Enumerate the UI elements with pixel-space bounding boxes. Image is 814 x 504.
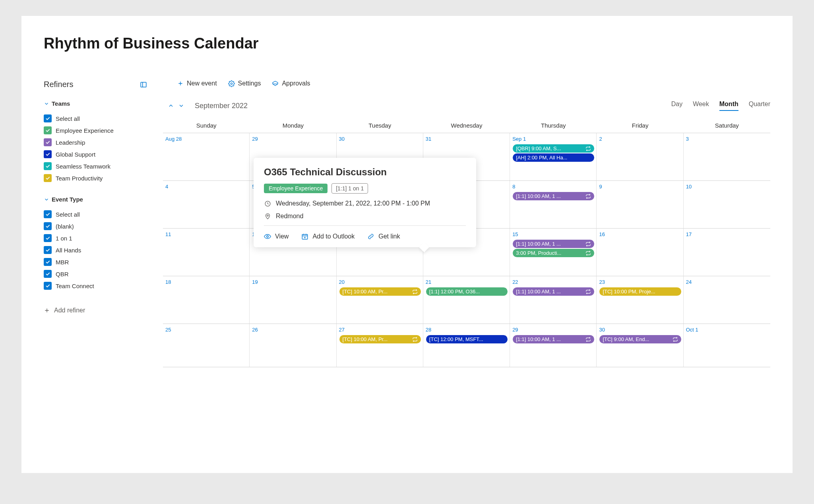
- chevron-down-icon: [44, 101, 49, 107]
- popover-add-outlook-button[interactable]: Add to Outlook: [301, 233, 355, 240]
- calendar-day-cell[interactable]: 9: [597, 181, 683, 228]
- cell-date-label: 9: [599, 184, 602, 190]
- calendar-event[interactable]: [QBR] 9:00 AM, S...: [513, 144, 594, 153]
- calendar-day-cell[interactable]: 23[TC] 10:00 PM, Proje...: [597, 276, 683, 324]
- calendar-nav: September 2022 DayWeekMonthQuarter: [163, 101, 770, 111]
- calendar-event[interactable]: [AH] 2:00 PM, All Ha...: [513, 153, 594, 162]
- cell-date-label: 22: [512, 279, 518, 285]
- cell-date-label: Sep 1: [512, 136, 526, 142]
- event-label: [TC] 9:00 AM, End...: [603, 336, 649, 342]
- refiner-checkbox-item[interactable]: Employee Experience: [44, 124, 147, 136]
- refiner-checkbox-item[interactable]: Leadership: [44, 136, 147, 148]
- refiner-checkbox-item[interactable]: QBR: [44, 268, 147, 280]
- calendar-day-cell[interactable]: 10: [684, 181, 770, 228]
- calendar-event[interactable]: [TC] 10:00 AM, Pr...: [339, 287, 421, 296]
- checkbox-icon: [44, 246, 52, 254]
- svg-rect-0: [141, 82, 146, 87]
- calendar-day-cell[interactable]: 20[TC] 10:00 AM, Pr...: [337, 276, 423, 324]
- prev-month-button[interactable]: [167, 102, 175, 110]
- calendar-event[interactable]: [1:1] 12:00 PM, O36...: [426, 287, 508, 296]
- refiner-checkbox-item[interactable]: Seamless Teamwork: [44, 160, 147, 172]
- view-tab-day[interactable]: Day: [671, 101, 682, 111]
- calendar-day-cell[interactable]: Oct 1: [684, 324, 770, 367]
- calendar-event[interactable]: [1:1] 10:00 AM, 1 ...: [513, 287, 594, 296]
- settings-button[interactable]: Settings: [228, 80, 261, 87]
- refiner-checkbox-item[interactable]: Global Support: [44, 148, 147, 160]
- calendar-day-cell[interactable]: 17: [684, 229, 770, 276]
- calendar-event[interactable]: [TC] 10:00 PM, Proje...: [599, 287, 681, 296]
- checkbox-icon: [44, 150, 52, 158]
- add-refiner-button[interactable]: Add refiner: [44, 304, 147, 317]
- popover-add-label: Add to Outlook: [312, 233, 355, 240]
- calendar-day-cell[interactable]: 11: [163, 229, 250, 276]
- calendar-day-cell[interactable]: 18: [163, 276, 250, 324]
- refiner-group-title: Teams: [52, 100, 70, 107]
- popover-get-link-button[interactable]: Get link: [367, 233, 400, 240]
- view-tab-month[interactable]: Month: [719, 101, 738, 111]
- checkbox-icon: [44, 174, 52, 182]
- event-details-popover: O365 Technical Discussion Employee Exper…: [254, 158, 476, 247]
- calendar-day-cell[interactable]: 27[TC] 10:00 AM, Pr...: [337, 324, 423, 367]
- calendar-day-cell[interactable]: 29[1:1] 10:00 AM, 1 ...: [510, 324, 597, 367]
- svg-point-3: [267, 215, 268, 216]
- popover-title: O365 Technical Discussion: [264, 167, 466, 178]
- checkbox-icon: [44, 114, 52, 122]
- view-tab-quarter[interactable]: Quarter: [749, 101, 770, 111]
- calendar-event[interactable]: [1:1] 10:00 AM, 1 ...: [513, 240, 594, 248]
- day-header: Monday: [250, 118, 336, 133]
- popover-view-button[interactable]: View: [264, 233, 289, 240]
- calendar-day-cell[interactable]: 16: [597, 229, 683, 276]
- calendar-event[interactable]: 3:00 PM, Producti...: [513, 249, 594, 257]
- calendar-day-cell[interactable]: Sep 1[QBR] 9:00 AM, S...[AH] 2:00 PM, Al…: [510, 133, 597, 180]
- refiner-checkbox-item[interactable]: Team Connect: [44, 280, 147, 292]
- calendar-week-row: 252627[TC] 10:00 AM, Pr...28[TC] 12:00 P…: [163, 324, 770, 367]
- refiner-checkbox-item[interactable]: Select all: [44, 112, 147, 124]
- next-month-button[interactable]: [177, 102, 185, 110]
- recurring-icon: [584, 241, 591, 247]
- calendar-day-cell[interactable]: 26: [250, 324, 336, 367]
- refiner-item-label: Select all: [56, 115, 80, 122]
- popover-team-tag: Employee Experience: [264, 184, 328, 193]
- recurring-icon: [584, 289, 591, 295]
- calendar-day-cell[interactable]: 28[TC] 12:00 PM, MSFT...: [423, 324, 510, 367]
- calendar-event[interactable]: [TC] 10:00 AM, Pr...: [339, 335, 421, 343]
- calendar-event[interactable]: [TC] 12:00 PM, MSFT...: [426, 335, 508, 343]
- view-tab-week[interactable]: Week: [693, 101, 709, 111]
- event-label: [1:1] 10:00 AM, 1 ...: [516, 241, 561, 247]
- refiner-item-label: Seamless Teamwork: [56, 163, 110, 170]
- recurring-icon: [584, 146, 591, 151]
- calendar-day-cell[interactable]: 8[1:1] 10:00 AM, 1 ...: [510, 181, 597, 228]
- calendar-day-cell[interactable]: 22[1:1] 10:00 AM, 1 ...: [510, 276, 597, 324]
- calendar-day-cell[interactable]: 21[1:1] 12:00 PM, O36...: [423, 276, 510, 324]
- calendar-event[interactable]: [TC] 9:00 AM, End...: [599, 335, 681, 343]
- calendar-day-cell[interactable]: 30[TC] 9:00 AM, End...: [597, 324, 683, 367]
- calendar-week-row: 181920[TC] 10:00 AM, Pr...21[1:1] 12:00 …: [163, 276, 770, 324]
- calendar-event[interactable]: [1:1] 10:00 AM, 1 ...: [513, 192, 594, 200]
- refiner-group-header[interactable]: Teams: [44, 100, 147, 107]
- refiner-item-label: Leadership: [56, 139, 85, 146]
- refiner-checkbox-item[interactable]: Select all: [44, 208, 147, 220]
- calendar-event[interactable]: [1:1] 10:00 AM, 1 ...: [513, 335, 594, 343]
- new-event-button[interactable]: New event: [177, 80, 217, 87]
- calendar-day-cell[interactable]: 24: [684, 276, 770, 324]
- cell-date-label: Aug 28: [165, 136, 182, 142]
- page-title: Rhythm of Business Calendar: [44, 35, 770, 52]
- approvals-label: Approvals: [282, 80, 310, 87]
- calendar-day-cell[interactable]: Aug 28: [163, 133, 250, 180]
- calendar-day-cell[interactable]: 15[1:1] 10:00 AM, 1 ...3:00 PM, Producti…: [510, 229, 597, 276]
- cell-date-label: 20: [339, 279, 345, 285]
- collapse-panel-icon[interactable]: [140, 81, 147, 88]
- calendar-day-cell[interactable]: 2: [597, 133, 683, 180]
- calendar-add-icon: [301, 233, 308, 240]
- refiner-checkbox-item[interactable]: 1 on 1: [44, 232, 147, 244]
- refiner-group-header[interactable]: Event Type: [44, 196, 147, 203]
- approvals-button[interactable]: Approvals: [272, 80, 310, 87]
- refiner-checkbox-item[interactable]: All Hands: [44, 244, 147, 256]
- calendar-day-cell[interactable]: 4: [163, 181, 250, 228]
- refiner-checkbox-item[interactable]: MBR: [44, 256, 147, 268]
- calendar-day-cell[interactable]: 19: [250, 276, 336, 324]
- calendar-day-cell[interactable]: 3: [684, 133, 770, 180]
- refiner-checkbox-item[interactable]: Team Productivity: [44, 172, 147, 184]
- calendar-day-cell[interactable]: 25: [163, 324, 250, 367]
- refiner-checkbox-item[interactable]: (blank): [44, 220, 147, 232]
